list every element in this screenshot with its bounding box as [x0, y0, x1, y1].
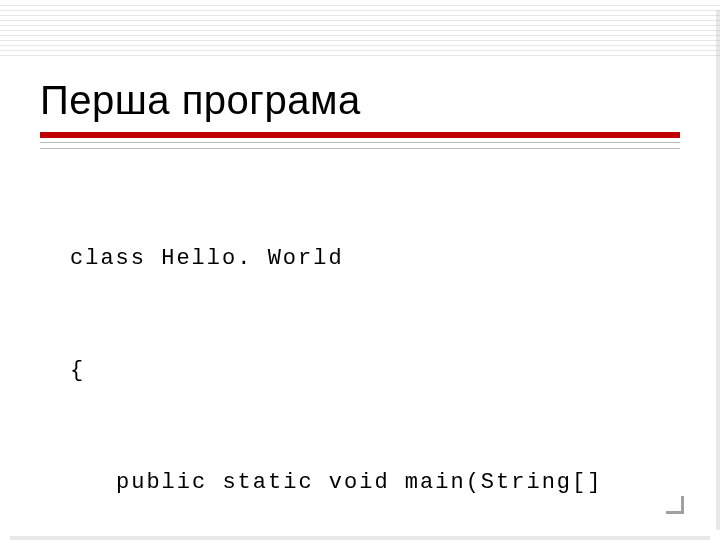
slide-shadow: [10, 536, 710, 540]
code-block: class Hello. World { public static void …: [70, 165, 670, 540]
slide-shadow: [716, 10, 720, 530]
divider-line: [40, 148, 680, 149]
divider-line: [40, 142, 680, 143]
ruled-header-background: [0, 5, 720, 60]
title-underline: [40, 132, 680, 138]
slide-title: Перша програма: [40, 78, 361, 123]
code-line: {: [70, 352, 670, 389]
code-line: class Hello. World: [70, 240, 670, 277]
code-line: public static void main(String[]: [70, 464, 670, 501]
corner-mark-icon: [666, 496, 684, 514]
slide: Перша програма class Hello. World { publ…: [0, 0, 720, 540]
